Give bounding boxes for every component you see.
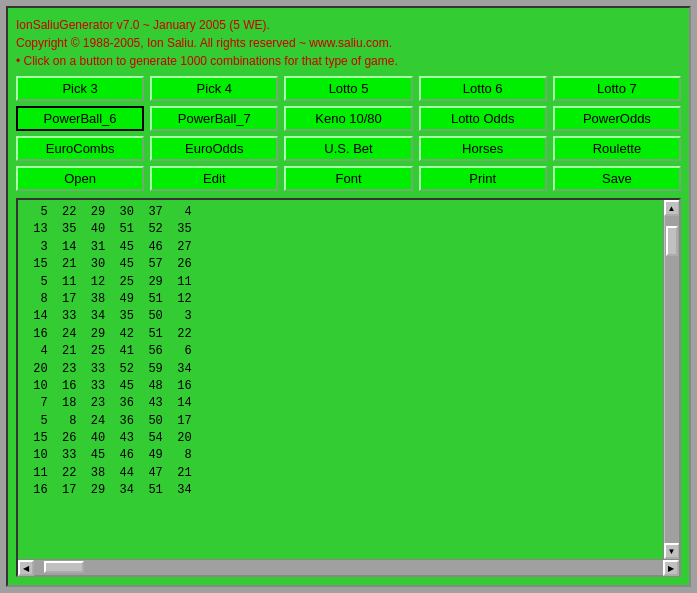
usbet-button[interactable]: U.S. Bet — [284, 136, 412, 161]
scroll-h-track[interactable] — [34, 560, 663, 575]
powerball6-button[interactable]: PowerBall_6 — [16, 106, 144, 131]
save-button[interactable]: Save — [553, 166, 681, 191]
scroll-left-button[interactable]: ◀ — [18, 560, 34, 576]
pick4-button[interactable]: Pick 4 — [150, 76, 278, 101]
header-text: IonSaliuGenerator v7.0 ~ January 2005 (5… — [16, 16, 681, 70]
output-wrapper: 5 22 29 30 37 4 13 35 40 51 52 35 3 14 3… — [16, 198, 681, 577]
vertical-scrollbar[interactable]: ▲ ▼ — [663, 200, 679, 559]
roulette-button[interactable]: Roulette — [553, 136, 681, 161]
buttons-row2: PowerBall_6 PowerBall_7 Keno 10/80 Lotto… — [16, 106, 681, 131]
scroll-down-button[interactable]: ▼ — [664, 543, 680, 559]
powerodds-button[interactable]: PowerOdds — [553, 106, 681, 131]
eurocombos-button[interactable]: EuroCombs — [16, 136, 144, 161]
pick3-button[interactable]: Pick 3 — [16, 76, 144, 101]
output-text: 5 22 29 30 37 4 13 35 40 51 52 35 3 14 3… — [18, 200, 663, 559]
lotto7-button[interactable]: Lotto 7 — [553, 76, 681, 101]
print-button[interactable]: Print — [419, 166, 547, 191]
buttons-row4: Open Edit Font Print Save — [16, 166, 681, 191]
horizontal-scrollbar[interactable]: ◀ ▶ — [18, 559, 679, 575]
inner-frame: IonSaliuGenerator v7.0 ~ January 2005 (5… — [6, 6, 691, 587]
header-line2: Copyright © 1988-2005, Ion Saliu. All ri… — [16, 34, 681, 52]
scroll-up-button[interactable]: ▲ — [664, 200, 680, 216]
open-button[interactable]: Open — [16, 166, 144, 191]
keno-button[interactable]: Keno 10/80 — [284, 106, 412, 131]
eurocodds-button[interactable]: EuroOdds — [150, 136, 278, 161]
buttons-row1: Pick 3 Pick 4 Lotto 5 Lotto 6 Lotto 7 — [16, 76, 681, 101]
powerball7-button[interactable]: PowerBall_7 — [150, 106, 278, 131]
buttons-row3: EuroCombs EuroOdds U.S. Bet Horses Roule… — [16, 136, 681, 161]
scroll-h-thumb[interactable] — [44, 561, 84, 573]
scroll-track[interactable] — [665, 216, 679, 543]
edit-button[interactable]: Edit — [150, 166, 278, 191]
font-button[interactable]: Font — [284, 166, 412, 191]
header-line1: IonSaliuGenerator v7.0 ~ January 2005 (5… — [16, 16, 681, 34]
header-line3: • Click on a button to generate 1000 com… — [16, 52, 681, 70]
scroll-right-button[interactable]: ▶ — [663, 560, 679, 576]
lottoodds-button[interactable]: Lotto Odds — [419, 106, 547, 131]
lotto5-button[interactable]: Lotto 5 — [284, 76, 412, 101]
lotto6-button[interactable]: Lotto 6 — [419, 76, 547, 101]
outer-frame: IonSaliuGenerator v7.0 ~ January 2005 (5… — [0, 0, 697, 593]
horses-button[interactable]: Horses — [419, 136, 547, 161]
scroll-thumb[interactable] — [666, 226, 678, 256]
output-main: 5 22 29 30 37 4 13 35 40 51 52 35 3 14 3… — [18, 200, 679, 559]
